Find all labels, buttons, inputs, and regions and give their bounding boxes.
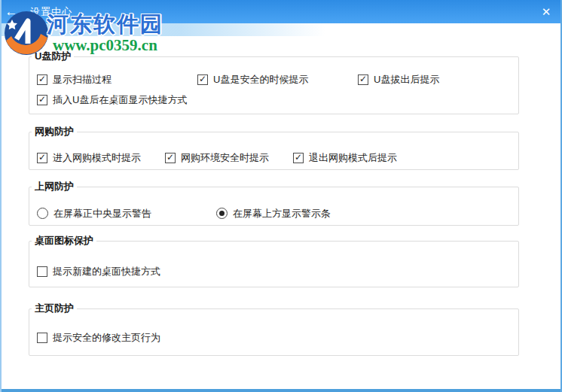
check-mark-icon: ✓ [38,74,46,84]
radio-option[interactable]: 在屏幕正中央显示警告 [37,207,216,220]
check-mark-icon: ✓ [199,74,206,84]
option-label: 插入U盘后在桌面显示快捷方式 [53,93,187,107]
checkbox-checked-icon[interactable]: ✓ [37,74,47,85]
option-label: U盘是安全的时候提示 [213,73,308,87]
title-bar: ← 设置中心 ✕ [0,0,562,23]
checkbox-option[interactable]: ✓显示扫描过程 [37,73,197,87]
settings-sections: U盘防护✓显示扫描过程✓U盘是安全的时候提示✓U盘拔出后提示✓插入U盘后在桌面显… [2,23,560,392]
option-label: 进入网购模式时提示 [53,151,141,165]
radio-option[interactable]: 在屏幕上方显示警示条 [216,207,331,220]
checkbox-option[interactable]: ✓进入网购模式时提示 [37,151,165,165]
option-label: 提示新建的桌面快捷方式 [53,265,160,278]
page-title: 设置中心 [30,5,72,19]
section-title: U盘防护 [32,50,74,62]
checkbox-checked-icon[interactable]: ✓ [293,153,304,163]
back-arrow-icon: ← [5,5,18,20]
section-title: 网购防护 [32,126,77,138]
check-mark-icon: ✓ [295,153,302,162]
checkbox-option[interactable]: ✓提示安全的修改主页行为 [37,331,160,345]
check-mark-icon: ✓ [166,153,174,162]
check-mark-icon: ✓ [38,95,46,104]
radio-dot [219,211,224,216]
option-row: ✓显示扫描过程✓U盘是安全的时候提示✓U盘拔出后提示 [37,69,511,90]
option-row: ✓插入U盘后在桌面显示快捷方式 [37,90,511,110]
checkbox-checked-icon[interactable]: ✓ [165,153,176,163]
option-label: U盘拔出后提示 [374,73,439,87]
check-mark-icon: ✓ [359,74,367,84]
checkbox-option[interactable]: ✓插入U盘后在桌面显示快捷方式 [37,93,187,107]
checkbox-option[interactable]: ✓退出网购模式后提示 [293,151,397,165]
close-icon: ✕ [542,5,551,19]
back-button[interactable]: ← [0,0,23,23]
section-box: 网购防护✓进入网购模式时提示✓网购环境安全时提示✓退出网购模式后提示 [29,132,519,170]
checkbox-checked-icon[interactable]: ✓ [37,153,47,163]
checkbox-unchecked-icon[interactable]: ✓ [37,333,47,343]
checkbox-unchecked-icon[interactable]: ✓ [37,266,47,277]
section-title: 主页防护 [32,302,77,315]
section-box: 主页防护✓提示安全的修改主页行为 [29,308,519,356]
option-label: 在屏幕上方显示警示条 [233,207,331,220]
section-title: 上网防护 [32,181,77,193]
option-row: 在屏幕正中央显示警告在屏幕上方显示警示条 [37,203,511,223]
checkbox-checked-icon[interactable]: ✓ [358,74,368,85]
option-label: 提示安全的修改主页行为 [53,331,160,345]
window-bottom-border [0,389,562,392]
section-box: 桌面图标保护✓提示新建的桌面快捷方式 [29,241,519,287]
checkbox-checked-icon[interactable]: ✓ [197,74,208,85]
option-row: ✓进入网购模式时提示✓网购环境安全时提示✓退出网购模式后提示 [37,147,511,168]
checkbox-option[interactable]: ✓提示新建的桌面快捷方式 [37,265,160,278]
radio-unchecked-icon[interactable] [37,208,48,219]
section-box: U盘防护✓显示扫描过程✓U盘是安全的时候提示✓U盘拔出后提示✓插入U盘后在桌面显… [29,56,519,114]
section-box: 上网防护在屏幕正中央显示警告在屏幕上方显示警示条 [29,187,519,226]
checkbox-option[interactable]: ✓网购环境安全时提示 [165,151,293,165]
checkbox-option[interactable]: ✓U盘拔出后提示 [358,73,439,87]
option-label: 在屏幕正中央显示警告 [53,207,151,220]
option-label: 网购环境安全时提示 [181,151,269,165]
option-row: ✓提示新建的桌面快捷方式 [37,261,511,281]
option-label: 退出网购模式后提示 [309,151,397,165]
radio-checked-icon[interactable] [216,208,228,219]
checkbox-option[interactable]: ✓U盘是安全的时候提示 [197,73,358,87]
option-row: ✓提示安全的修改主页行为 [37,327,511,348]
checkbox-checked-icon[interactable]: ✓ [37,95,47,105]
settings-window: ← 设置中心 ✕ 河东软件园 www.pc0359.cn U盘防护✓显示扫描过程… [0,0,562,392]
section-title: 桌面图标保护 [32,235,96,247]
option-label: 显示扫描过程 [53,73,111,87]
close-button[interactable]: ✕ [535,0,557,23]
check-mark-icon: ✓ [38,153,46,162]
